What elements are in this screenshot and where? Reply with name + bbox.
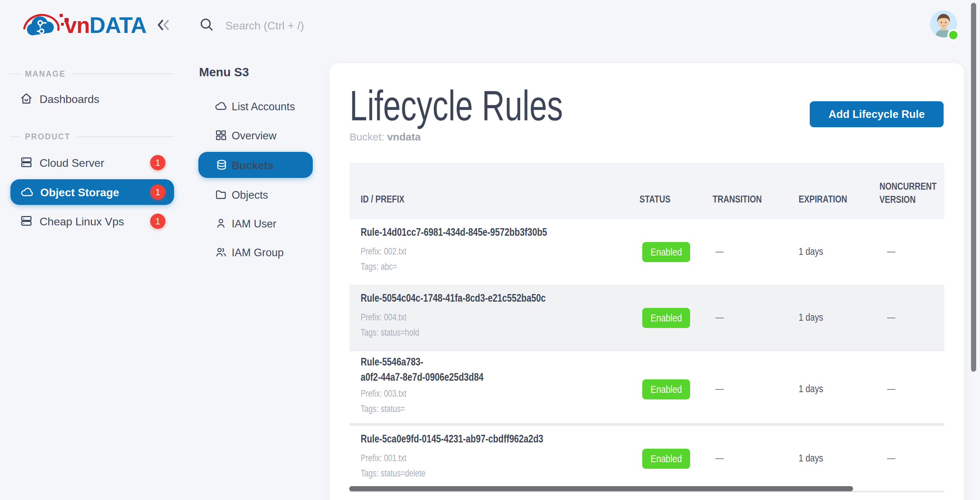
divider — [78, 136, 174, 137]
online-status-dot — [947, 29, 959, 41]
submenu-item-iam-user[interactable]: IAM User — [232, 218, 276, 230]
noncurrent-value: — — [887, 452, 896, 464]
rule-tags: Tags: abc= — [361, 261, 397, 272]
col-status: STATUS — [640, 193, 670, 205]
rule-tags: Tags: status= — [361, 404, 405, 414]
noncurrent-value: — — [887, 383, 896, 395]
noncurrent-value: — — [887, 311, 896, 323]
status-badge: Enabled — [642, 379, 690, 400]
rule-prefix: Prefix: 001.txt — [361, 453, 406, 463]
cheap-linux-vps-badge: 1 — [150, 213, 165, 229]
bucket-subtitle: Bucket: vndata — [350, 131, 421, 143]
status-badge: Enabled — [642, 308, 690, 328]
logo-pixel — [60, 14, 63, 17]
expiration-value: 1 days — [799, 311, 823, 323]
table-header: ID / PREFIX STATUS TRANSITION EXPIRATION… — [350, 163, 944, 219]
sidebar-item-cheap-linux-vps[interactable]: Cheap Linux Vps — [40, 215, 124, 228]
cloud-server-badge: 1 — [150, 155, 165, 170]
add-lifecycle-rule-button[interactable]: Add Lifecycle Rule — [810, 101, 943, 127]
lifecycle-rules-table: ID / PREFIX STATUS TRANSITION EXPIRATION… — [350, 163, 944, 490]
rule-id: Rule-14d01cc7-6981-434d-845e-9572bb3f30b… — [361, 225, 594, 240]
server-icon — [19, 155, 33, 169]
folder-icon — [214, 188, 228, 201]
rule-tags: Tags: status=hold — [361, 327, 419, 338]
col-noncurrent-version: NONCURRENT VERSION — [880, 180, 939, 206]
table-row: Rule-14d01cc7-6981-434d-845e-9572bb3f30b… — [350, 219, 944, 286]
col-id-prefix: ID / PREFIX — [361, 193, 404, 205]
rule-id: Rule-5ca0e9fd-0145-4231-ab97-cbdff962a2d… — [361, 432, 589, 447]
sidebar-section-product: PRODUCT — [25, 132, 70, 142]
table-row: Rule-5ca0e9fd-0145-4231-ab97-cbdff962a2d… — [350, 426, 944, 490]
noncurrent-value: — — [887, 245, 896, 257]
table-row: Rule-5546a783-a0f2-44a7-8e7d-0906e25d3d8… — [350, 351, 944, 426]
col-transition: TRANSITION — [713, 193, 762, 205]
sidebar-item-cloud-server[interactable]: Cloud Server — [40, 157, 104, 170]
submenu-item-overview[interactable]: Overview — [232, 130, 276, 142]
search-icon — [199, 17, 215, 33]
main-card: Lifecycle Rules Bucket: vndata Add Lifec… — [329, 63, 964, 500]
submenu-item-iam-group[interactable]: IAM Group — [232, 247, 284, 259]
expiration-value: 1 days — [799, 452, 823, 464]
vertical-scrollbar-thumb[interactable] — [971, 3, 976, 372]
user-icon — [214, 217, 228, 230]
logo-text-vn: vn — [65, 13, 90, 38]
table-row: Rule-5054c04c-1748-41fa-8cd3-e21c552ba50… — [350, 286, 944, 351]
sidebar-item-dashboards[interactable]: Dashboards — [40, 93, 100, 106]
cloud-icon — [214, 100, 228, 113]
rule-id: Rule-5546a783-a0f2-44a7-8e7d-0906e25d3d8… — [361, 354, 514, 385]
home-icon — [19, 92, 33, 105]
divider — [72, 73, 174, 74]
transition-value: — — [715, 452, 724, 464]
app-root: vn DATA MANAGE — [0, 0, 980, 500]
rule-prefix: Prefix: 002.txt — [361, 246, 406, 257]
transition-value: — — [715, 383, 724, 395]
bucket-name: vndata — [387, 131, 421, 143]
divider — [10, 73, 20, 74]
users-icon — [214, 245, 228, 259]
divider — [10, 136, 20, 137]
status-badge: Enabled — [642, 449, 690, 469]
submenu-item-buckets-label: Buckets — [232, 159, 274, 172]
logo-pixel — [61, 23, 64, 25]
server-icon — [19, 214, 33, 228]
sidebar-item-object-storage-label: Object Storage — [40, 186, 119, 199]
submenu-item-objects[interactable]: Objects — [232, 189, 268, 201]
submenu-title: Menu S3 — [199, 65, 249, 79]
logo-cloud-icon — [22, 10, 64, 40]
database-icon — [215, 158, 228, 172]
cloud-icon — [20, 185, 34, 199]
bucket-label: Bucket: — [350, 131, 384, 143]
expiration-value: 1 days — [799, 383, 823, 395]
transition-value: — — [715, 245, 724, 257]
rule-prefix: Prefix: 004.txt — [361, 312, 406, 323]
horizontal-scrollbar-thumb[interactable] — [349, 486, 853, 491]
status-badge: Enabled — [642, 242, 690, 262]
grid-icon — [214, 129, 228, 142]
transition-value: — — [715, 311, 724, 323]
search-input[interactable] — [225, 17, 469, 35]
expiration-value: 1 days — [799, 245, 823, 257]
add-lifecycle-rule-label: Add Lifecycle Rule — [829, 108, 924, 121]
rule-id: Rule-5054c04c-1748-41fa-8cd3-e21c552ba50… — [361, 291, 592, 306]
col-expiration: EXPIRATION — [799, 193, 847, 205]
rule-prefix: Prefix: 003.txt — [361, 389, 406, 399]
sidebar-collapse-icon[interactable] — [156, 18, 171, 32]
sidebar-section-manage: MANAGE — [25, 69, 65, 79]
page-title: Lifecycle Rules — [350, 84, 563, 127]
logo-text-data: DATA — [89, 13, 146, 38]
submenu-item-list-accounts[interactable]: List Accounts — [232, 100, 295, 113]
rule-tags: Tags: status=delete — [361, 468, 425, 479]
object-storage-badge: 1 — [150, 185, 165, 200]
